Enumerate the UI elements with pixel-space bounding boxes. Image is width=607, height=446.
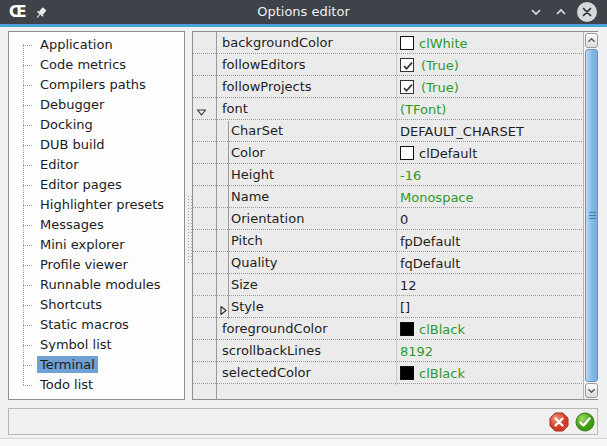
property-row-Height[interactable]: Height-16 bbox=[193, 164, 582, 186]
property-value-text: (TFont) bbox=[400, 99, 446, 120]
scroll-down-icon[interactable] bbox=[585, 383, 598, 398]
maximize-button[interactable] bbox=[553, 4, 569, 20]
scrollbar-thumb[interactable] bbox=[585, 49, 598, 382]
color-swatch-white bbox=[400, 146, 414, 160]
property-row-Name[interactable]: NameMonospace bbox=[193, 186, 582, 208]
close-button[interactable] bbox=[577, 2, 597, 22]
sidebar-item-code-metrics[interactable]: Code metrics bbox=[9, 55, 184, 75]
color-swatch-white bbox=[400, 36, 414, 50]
property-grid[interactable]: backgroundColorclWhitefollowEditors(True… bbox=[192, 31, 598, 400]
sidebar-item-profile-viewer[interactable]: Profile viewer bbox=[9, 255, 184, 275]
titlebar[interactable]: Œ Options editor bbox=[0, 0, 607, 24]
property-value-text: clWhite bbox=[419, 33, 468, 54]
sidebar-item-label: Mini explorer bbox=[37, 236, 128, 253]
property-value-text: clBlack bbox=[419, 319, 465, 340]
scrollbar-grip bbox=[589, 212, 596, 220]
minimize-button[interactable] bbox=[528, 4, 544, 20]
property-name: Name bbox=[231, 186, 269, 208]
property-row-Orientation[interactable]: Orientation0 bbox=[193, 208, 582, 230]
cancel-button[interactable] bbox=[549, 412, 569, 432]
color-swatch-black bbox=[400, 366, 414, 380]
property-value[interactable]: (True) bbox=[396, 76, 459, 98]
property-name: font bbox=[222, 98, 248, 120]
property-value[interactable]: clDefault bbox=[396, 142, 477, 164]
property-value-text: clBlack bbox=[419, 363, 465, 384]
sidebar-item-shortcuts[interactable]: Shortcuts bbox=[9, 295, 184, 315]
property-row-followEditors[interactable]: followEditors(True) bbox=[193, 54, 582, 76]
accept-button[interactable] bbox=[575, 412, 595, 432]
sidebar-item-label: Highlighter presets bbox=[37, 196, 167, 213]
property-value-text: 0 bbox=[400, 209, 408, 230]
property-name: Pitch bbox=[231, 230, 263, 252]
checkbox-checked-icon[interactable] bbox=[400, 58, 414, 72]
sidebar-item-editor-pages[interactable]: Editor pages bbox=[9, 175, 184, 195]
property-row-Quality[interactable]: QualityfqDefault bbox=[193, 252, 582, 274]
property-value-text: 8192 bbox=[400, 341, 433, 362]
property-value-text: [] bbox=[400, 297, 410, 318]
property-value[interactable]: (TFont) bbox=[396, 98, 446, 120]
property-value[interactable]: clBlack bbox=[396, 318, 465, 340]
property-row-foregroundColor[interactable]: foregroundColorclBlack bbox=[193, 318, 582, 340]
property-row-Color[interactable]: ColorclDefault bbox=[193, 142, 582, 164]
sidebar-item-static-macros[interactable]: Static macros bbox=[9, 315, 184, 335]
window-title: Options editor bbox=[0, 4, 607, 19]
property-row-CharSet[interactable]: CharSetDEFAULT_CHARSET bbox=[193, 120, 582, 142]
property-row-Size[interactable]: Size12 bbox=[193, 274, 582, 296]
property-value[interactable]: DEFAULT_CHARSET bbox=[396, 120, 524, 142]
property-value[interactable]: 12 bbox=[396, 274, 417, 296]
property-name: Size bbox=[231, 274, 258, 296]
property-value[interactable]: 8192 bbox=[396, 340, 433, 362]
sidebar-item-label: Todo list bbox=[37, 376, 96, 393]
property-value[interactable]: fpDefault bbox=[396, 230, 460, 252]
sidebar-item-docking[interactable]: Docking bbox=[9, 115, 184, 135]
property-value[interactable]: Monospace bbox=[396, 186, 474, 208]
sidebar-item-symbol-list[interactable]: Symbol list bbox=[9, 335, 184, 355]
property-row-Style[interactable]: Style[] bbox=[193, 296, 582, 318]
property-row-backgroundColor[interactable]: backgroundColorclWhite bbox=[193, 32, 582, 54]
sidebar-item-debugger[interactable]: Debugger bbox=[9, 95, 184, 115]
sidebar-item-runnable-modules[interactable]: Runnable modules bbox=[9, 275, 184, 295]
property-row-followProjects[interactable]: followProjects(True) bbox=[193, 76, 582, 98]
property-value[interactable]: (True) bbox=[396, 54, 459, 76]
sidebar-item-dub-build[interactable]: DUB build bbox=[9, 135, 184, 155]
scroll-up-icon[interactable] bbox=[585, 33, 598, 48]
property-value[interactable]: 0 bbox=[396, 208, 408, 230]
property-row-font[interactable]: font(TFont) bbox=[193, 98, 582, 120]
property-name: Height bbox=[231, 164, 274, 186]
property-name: Quality bbox=[231, 252, 277, 274]
category-tree[interactable]: ApplicationCode metricsCompilers pathsDe… bbox=[8, 31, 185, 400]
property-name: backgroundColor bbox=[222, 32, 333, 54]
color-swatch-black bbox=[400, 322, 414, 336]
property-value[interactable]: fqDefault bbox=[396, 252, 460, 274]
sidebar-item-editor[interactable]: Editor bbox=[9, 155, 184, 175]
property-row-Pitch[interactable]: PitchfpDefault bbox=[193, 230, 582, 252]
sidebar-item-mini-explorer[interactable]: Mini explorer bbox=[9, 235, 184, 255]
property-row-selectedColor[interactable]: selectedColorclBlack bbox=[193, 362, 582, 384]
sidebar-item-application[interactable]: Application bbox=[9, 35, 184, 55]
property-name: selectedColor bbox=[222, 362, 311, 384]
property-value[interactable]: clWhite bbox=[396, 32, 468, 54]
vertical-scrollbar[interactable] bbox=[583, 32, 598, 399]
property-value-text: clDefault bbox=[419, 143, 477, 164]
sidebar-item-messages[interactable]: Messages bbox=[9, 215, 184, 235]
property-name: followEditors bbox=[222, 54, 306, 76]
sidebar-item-todo-list[interactable]: Todo list bbox=[9, 375, 184, 395]
options-editor-window: Œ Options editor ApplicationCode metrics… bbox=[0, 0, 607, 446]
collapse-arrow-icon[interactable] bbox=[196, 103, 207, 114]
property-name: followProjects bbox=[222, 76, 312, 98]
property-value-text: 12 bbox=[400, 275, 417, 296]
sidebar-item-terminal[interactable]: Terminal bbox=[9, 355, 184, 375]
property-value[interactable]: clBlack bbox=[396, 362, 465, 384]
sidebar-item-label: Runnable modules bbox=[37, 276, 164, 293]
sidebar-item-label: Shortcuts bbox=[37, 296, 105, 313]
sidebar-item-highlighter-presets[interactable]: Highlighter presets bbox=[9, 195, 184, 215]
property-row-scrollbackLines[interactable]: scrollbackLines8192 bbox=[193, 340, 582, 362]
checkbox-checked-icon[interactable] bbox=[400, 80, 414, 94]
sidebar-item-compilers-paths[interactable]: Compilers paths bbox=[9, 75, 184, 95]
property-name: CharSet bbox=[231, 120, 283, 142]
property-value[interactable]: [] bbox=[396, 296, 410, 318]
property-value[interactable]: -16 bbox=[396, 164, 421, 186]
sidebar-item-label: Editor bbox=[37, 156, 81, 173]
expand-arrow-icon[interactable] bbox=[218, 301, 229, 312]
property-value-text: fpDefault bbox=[400, 231, 460, 252]
